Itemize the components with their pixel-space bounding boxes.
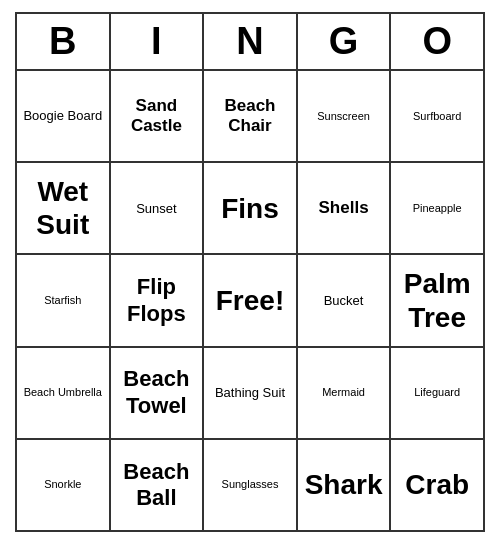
bingo-row: Snorkle Beach Ball Sunglasses Shark Crab <box>17 440 483 530</box>
bingo-header: B I N G O <box>17 14 483 71</box>
cell-3-1: Beach Towel <box>111 348 205 438</box>
cell-4-0: Snorkle <box>17 440 111 530</box>
cell-4-4: Crab <box>391 440 483 530</box>
header-b: B <box>17 14 111 69</box>
bingo-body: Boogie Board Sand Castle Beach Chair Sun… <box>17 71 483 530</box>
header-i: I <box>111 14 205 69</box>
cell-2-2-free: Free! <box>204 255 298 345</box>
cell-0-2: Beach Chair <box>204 71 298 161</box>
cell-3-0: Beach Umbrella <box>17 348 111 438</box>
cell-2-3: Bucket <box>298 255 392 345</box>
cell-1-0: Wet Suit <box>17 163 111 253</box>
bingo-card: B I N G O Boogie Board Sand Castle Beach… <box>15 12 485 532</box>
cell-4-3: Shark <box>298 440 392 530</box>
cell-2-0: Starfish <box>17 255 111 345</box>
cell-0-1: Sand Castle <box>111 71 205 161</box>
bingo-row: Starfish Flip Flops Free! Bucket Palm Tr… <box>17 255 483 347</box>
cell-3-4: Lifeguard <box>391 348 483 438</box>
cell-3-2: Bathing Suit <box>204 348 298 438</box>
cell-0-4: Surfboard <box>391 71 483 161</box>
cell-4-2: Sunglasses <box>204 440 298 530</box>
bingo-row: Boogie Board Sand Castle Beach Chair Sun… <box>17 71 483 163</box>
cell-1-2: Fins <box>204 163 298 253</box>
bingo-row: Wet Suit Sunset Fins Shells Pineapple <box>17 163 483 255</box>
cell-2-4: Palm Tree <box>391 255 483 345</box>
cell-0-0: Boogie Board <box>17 71 111 161</box>
bingo-row: Beach Umbrella Beach Towel Bathing Suit … <box>17 348 483 440</box>
cell-1-1: Sunset <box>111 163 205 253</box>
cell-1-3: Shells <box>298 163 392 253</box>
header-o: O <box>391 14 483 69</box>
header-n: N <box>204 14 298 69</box>
cell-2-1: Flip Flops <box>111 255 205 345</box>
cell-1-4: Pineapple <box>391 163 483 253</box>
header-g: G <box>298 14 392 69</box>
cell-0-3: Sunscreen <box>298 71 392 161</box>
cell-4-1: Beach Ball <box>111 440 205 530</box>
cell-3-3: Mermaid <box>298 348 392 438</box>
